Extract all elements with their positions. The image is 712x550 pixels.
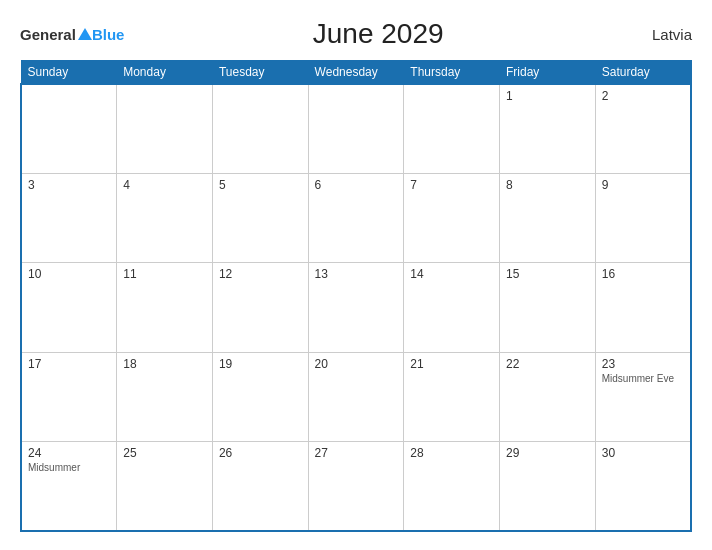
header-saturday: Saturday [595,61,691,85]
day-number: 30 [602,446,684,460]
day-number: 27 [315,446,398,460]
day-number: 18 [123,357,206,371]
logo: GeneralBlue [20,27,124,42]
calendar-cell: 17 [21,352,117,441]
calendar-cell: 30 [595,442,691,531]
calendar-page: GeneralBlue June 2029 Latvia Sunday Mond… [0,0,712,550]
day-number: 28 [410,446,493,460]
calendar-cell: 13 [308,263,404,352]
day-number: 6 [315,178,398,192]
day-number: 4 [123,178,206,192]
calendar-cell [21,84,117,173]
calendar-cell: 18 [117,352,213,441]
day-number: 25 [123,446,206,460]
calendar-cell: 16 [595,263,691,352]
calendar-cell: 27 [308,442,404,531]
logo-triangle-icon [78,28,92,40]
weekday-header-row: Sunday Monday Tuesday Wednesday Thursday… [21,61,691,85]
day-number: 10 [28,267,110,281]
calendar-week-row: 12 [21,84,691,173]
calendar-week-row: 10111213141516 [21,263,691,352]
day-number: 22 [506,357,589,371]
day-number: 12 [219,267,302,281]
day-number: 1 [506,89,589,103]
header-friday: Friday [500,61,596,85]
day-number: 21 [410,357,493,371]
header-thursday: Thursday [404,61,500,85]
calendar-cell: 29 [500,442,596,531]
calendar-cell: 12 [212,263,308,352]
calendar-cell: 22 [500,352,596,441]
event-label: Midsummer Eve [602,373,684,384]
calendar-cell: 5 [212,173,308,262]
country-label: Latvia [632,26,692,43]
calendar-header: GeneralBlue June 2029 Latvia [20,18,692,50]
calendar-cell: 11 [117,263,213,352]
day-number: 23 [602,357,684,371]
day-number: 14 [410,267,493,281]
calendar-week-row: 17181920212223Midsummer Eve [21,352,691,441]
header-sunday: Sunday [21,61,117,85]
calendar-cell: 6 [308,173,404,262]
calendar-week-row: 24Midsummer252627282930 [21,442,691,531]
calendar-cell: 21 [404,352,500,441]
calendar-cell: 23Midsummer Eve [595,352,691,441]
day-number: 7 [410,178,493,192]
calendar-cell: 14 [404,263,500,352]
calendar-cell: 25 [117,442,213,531]
calendar-cell: 9 [595,173,691,262]
header-monday: Monday [117,61,213,85]
calendar-title: June 2029 [124,18,632,50]
day-number: 2 [602,89,684,103]
calendar-cell: 26 [212,442,308,531]
calendar-table: Sunday Monday Tuesday Wednesday Thursday… [20,60,692,532]
calendar-cell: 15 [500,263,596,352]
day-number: 26 [219,446,302,460]
day-number: 3 [28,178,110,192]
day-number: 13 [315,267,398,281]
calendar-cell: 19 [212,352,308,441]
day-number: 5 [219,178,302,192]
calendar-week-row: 3456789 [21,173,691,262]
calendar-cell [117,84,213,173]
calendar-cell [308,84,404,173]
day-number: 17 [28,357,110,371]
logo-blue-text: Blue [92,26,125,43]
day-number: 15 [506,267,589,281]
day-number: 8 [506,178,589,192]
day-number: 24 [28,446,110,460]
day-number: 20 [315,357,398,371]
day-number: 9 [602,178,684,192]
calendar-cell: 24Midsummer [21,442,117,531]
calendar-cell: 10 [21,263,117,352]
calendar-cell: 2 [595,84,691,173]
day-number: 19 [219,357,302,371]
calendar-cell: 3 [21,173,117,262]
calendar-cell: 4 [117,173,213,262]
event-label: Midsummer [28,462,110,473]
calendar-cell [212,84,308,173]
header-wednesday: Wednesday [308,61,404,85]
day-number: 11 [123,267,206,281]
header-tuesday: Tuesday [212,61,308,85]
calendar-cell [404,84,500,173]
calendar-cell: 1 [500,84,596,173]
calendar-cell: 7 [404,173,500,262]
calendar-cell: 20 [308,352,404,441]
calendar-cell: 28 [404,442,500,531]
logo-general-text: General [20,27,76,42]
day-number: 16 [602,267,684,281]
calendar-cell: 8 [500,173,596,262]
day-number: 29 [506,446,589,460]
